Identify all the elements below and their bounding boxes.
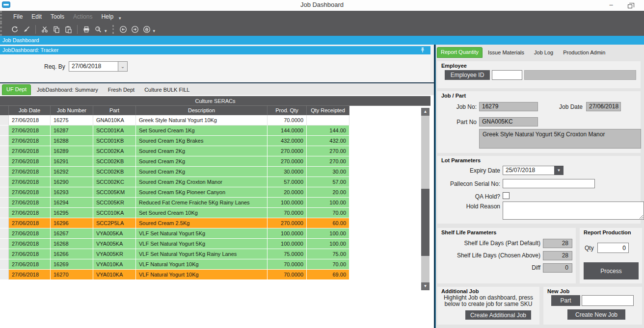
chevron-down-icon[interactable]: ▾ <box>119 16 121 21</box>
hold-reason-input[interactable] <box>503 202 644 220</box>
refresh-icon[interactable] <box>9 24 21 35</box>
column-header-job-number[interactable]: Job Number <box>51 106 93 115</box>
cell-job-number: 16268 <box>51 239 93 249</box>
menu-file[interactable]: File <box>9 12 27 22</box>
job-no-field: 16279 <box>479 102 538 111</box>
table-row[interactable]: 27/06/201816290SCC002KCSoured Cream 2Kg … <box>0 177 349 187</box>
employee-id-input[interactable] <box>492 70 522 80</box>
table-row[interactable]: 27/06/201816266VYA005KRVLF Set Natural Y… <box>0 249 349 259</box>
cell-description: VLF Set Natural Yogurt 5Kg <box>136 228 268 239</box>
table-row[interactable]: 27/06/201816294SCC005KRReduced Fat Creme… <box>0 198 349 208</box>
table-row[interactable]: 27/06/201816269VYA010KAVLF Natural Yogur… <box>0 259 349 270</box>
new-job-part-input[interactable] <box>582 295 634 306</box>
row-selector[interactable] <box>0 177 9 187</box>
tab-report-quantity[interactable]: Report Quantity <box>437 47 483 58</box>
table-row[interactable]: 27/06/201816289SCC002KASoured Cream 2Kg2… <box>0 146 349 156</box>
row-selector[interactable] <box>0 126 9 136</box>
cut-icon[interactable] <box>39 24 51 35</box>
shelf-life-row: Diff0 <box>437 263 576 273</box>
tab-culture-bulk-fill[interactable]: Culture BULK FILL <box>140 85 193 95</box>
tab-production-admin[interactable]: Production Admin <box>559 48 610 58</box>
table-row[interactable]: 27/06/201816293SCC005KMSoured Cream 5Kg … <box>0 187 349 198</box>
part-button[interactable]: Part <box>551 295 580 306</box>
qty-input[interactable] <box>597 243 629 253</box>
brush-icon[interactable] <box>21 24 32 35</box>
table-row[interactable]: 27/06/201816288SCC001KBSoured Cream 1Kg … <box>0 136 349 146</box>
shelf-life-value-field: 0 <box>543 263 572 273</box>
table-row[interactable]: 27/06/201816268VYA005KAVLF Set Natural Y… <box>0 239 349 249</box>
grid-header-row: Job DateJob NumberPartDescriptionProd. Q… <box>0 106 349 115</box>
scroll-down-icon[interactable]: ▼ <box>421 282 429 290</box>
forward-icon[interactable] <box>129 24 141 35</box>
scrollbar-thumb[interactable] <box>421 189 429 256</box>
row-selector[interactable] <box>0 156 9 167</box>
row-selector[interactable] <box>0 228 9 239</box>
tab-job-log[interactable]: Job Log <box>530 48 558 58</box>
back-icon[interactable] <box>117 24 129 35</box>
expiry-date-input[interactable]: 25/07/2018 <box>503 166 555 175</box>
menu-edit[interactable]: Edit <box>27 12 46 22</box>
table-row[interactable]: 27/06/201816287SCC001KASet Soured Cream … <box>0 126 349 136</box>
table-row[interactable]: 27/06/201816295SCC010KASet Soured Cream … <box>0 208 349 218</box>
menu-tools[interactable]: Tools <box>46 12 69 22</box>
row-selector[interactable] <box>0 146 9 156</box>
column-header-part[interactable]: Part <box>93 106 136 115</box>
row-selector[interactable] <box>0 187 9 198</box>
create-additional-job-button[interactable]: Create Additional Job <box>465 310 531 320</box>
home-icon[interactable] <box>141 24 153 35</box>
copy-icon[interactable] <box>51 24 62 35</box>
minimize-button[interactable]: – <box>604 0 618 11</box>
qty-label: Qty <box>585 245 594 252</box>
shelf-life-group: Shelf Life Parameters Shelf Life Days (P… <box>437 228 576 283</box>
row-selector[interactable] <box>0 167 9 177</box>
create-new-job-button[interactable]: Create New Job <box>567 309 625 320</box>
menu-help[interactable]: Help <box>97 12 118 22</box>
cell-part: SCC001KA <box>93 126 136 136</box>
row-selector[interactable] <box>0 270 9 280</box>
scroll-up-icon[interactable]: ▲ <box>421 108 429 116</box>
expiry-dropdown-button[interactable]: ▼ <box>554 166 564 175</box>
chevron-down-icon[interactable]: ▾ <box>153 28 156 33</box>
row-selector[interactable] <box>0 208 9 218</box>
toolbar-separator <box>112 25 114 34</box>
chevron-down-icon[interactable]: ▾ <box>105 28 107 33</box>
qa-hold-checkbox[interactable] <box>503 192 510 199</box>
tab-issue-materials[interactable]: Issue Materials <box>483 48 529 58</box>
tab-fresh-dept[interactable]: Fresh Dept <box>104 85 138 95</box>
employee-id-button[interactable]: Employee ID <box>445 70 490 80</box>
grid-vertical-scrollbar[interactable]: ▲ ▼ <box>421 108 429 290</box>
row-selector[interactable] <box>0 239 9 249</box>
cell-prod-qty: 57.0000 <box>268 177 307 187</box>
row-selector[interactable] <box>0 259 9 270</box>
paste-icon[interactable] <box>62 24 74 35</box>
row-selector[interactable] <box>0 136 9 146</box>
tab-jobdashboard-summary[interactable]: JobDashboard: Summary <box>33 85 102 95</box>
pallecon-serial-input[interactable] <box>503 179 595 188</box>
cell-description: VLF Set Natural Yogurt 5Kg Rainy Lanes <box>136 249 268 259</box>
cell-prod-qty: 144.0000 <box>268 126 307 136</box>
cell-description: VLF Natural Yogurt 10Kg <box>136 259 268 270</box>
restore-button[interactable] <box>622 0 637 11</box>
print-icon[interactable] <box>80 24 92 35</box>
cell-description: Soured Cream 2Kg Croxton Manor <box>136 177 268 187</box>
row-selector[interactable] <box>0 218 9 228</box>
table-row[interactable]: 27/06/201816275GNA010KAGreek Style Natur… <box>0 115 349 126</box>
row-selector[interactable] <box>0 249 9 259</box>
column-header-job-date[interactable]: Job Date <box>9 106 51 115</box>
menu-bar: FileEditToolsActionsHelp ▾ <box>0 11 644 23</box>
table-row[interactable]: 27/06/201816270VYA010KAVLF Natural Yogur… <box>0 270 349 280</box>
row-selector[interactable] <box>0 115 9 126</box>
column-header-description[interactable]: Description <box>136 106 268 115</box>
column-header-prod-qty[interactable]: Prod. Qty <box>268 106 307 115</box>
req-by-dropdown-button[interactable]: ⌄ <box>118 61 128 72</box>
tab-uf-dept[interactable]: UF Dept <box>2 84 31 95</box>
column-header-qty-receipted[interactable]: Qty Receipted <box>307 106 349 115</box>
process-button[interactable]: Process <box>584 262 639 279</box>
table-row[interactable]: 27/06/201816291SCC002KBSoured Cream 2Kg2… <box>0 156 349 167</box>
preview-icon[interactable] <box>92 24 104 35</box>
table-row[interactable]: 27/06/201816292SCC002KBSoured Cream 2Kg3… <box>0 167 349 177</box>
row-selector[interactable] <box>0 198 9 208</box>
table-row[interactable]: 27/06/201816267VYA005KAVLF Set Natural Y… <box>0 228 349 239</box>
tracker-title: JobDashboard: Tracker <box>2 47 58 53</box>
table-row[interactable]: 27/06/201816296SCC2P5LASoured Cream 2.5K… <box>0 218 349 228</box>
